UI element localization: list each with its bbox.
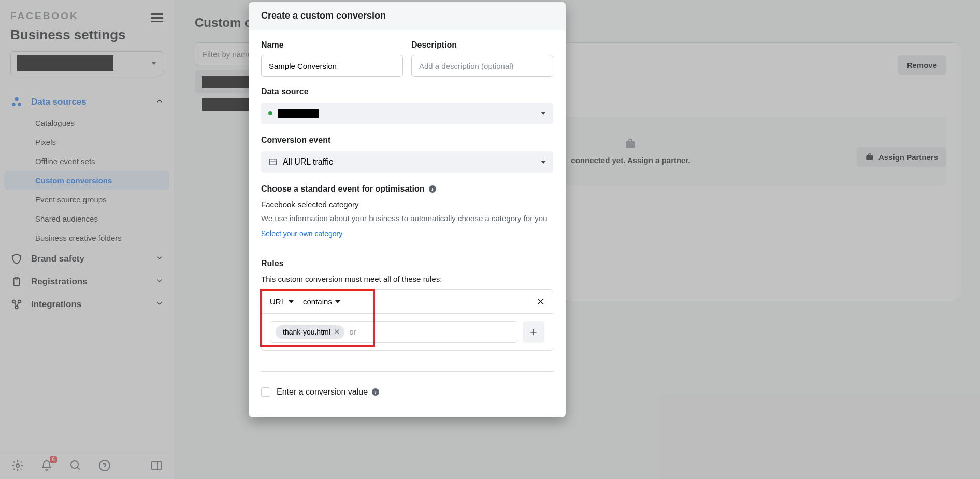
data-source-dropdown[interactable] bbox=[261, 103, 553, 124]
info-icon[interactable]: i bbox=[429, 185, 436, 193]
name-input[interactable] bbox=[261, 55, 403, 77]
select-category-link[interactable]: Select your own category bbox=[261, 229, 342, 238]
divider bbox=[261, 371, 553, 372]
name-label: Name bbox=[261, 40, 403, 50]
rule-operator-dropdown[interactable]: contains bbox=[303, 297, 340, 306]
help-text: We use information about your business t… bbox=[261, 213, 553, 224]
description-label: Description bbox=[411, 40, 553, 50]
rules-container: URL contains ✕ thank-you.html bbox=[261, 289, 553, 351]
modal-title: Create a custom conversion bbox=[249, 2, 566, 30]
data-source-name-redacted bbox=[278, 109, 319, 118]
standard-event-label: Choose a standard event for optimisation… bbox=[261, 184, 553, 194]
conversion-event-label: Conversion event bbox=[261, 136, 553, 145]
chevron-down-icon bbox=[541, 112, 546, 115]
conversion-event-dropdown[interactable]: All URL traffic bbox=[261, 151, 553, 173]
info-icon[interactable]: i bbox=[372, 388, 379, 396]
add-rule-button[interactable]: ＋ bbox=[523, 321, 544, 343]
caret-down-icon bbox=[289, 300, 294, 303]
description-input[interactable] bbox=[411, 55, 553, 77]
status-dot-icon bbox=[268, 111, 272, 115]
conversion-event-value: All URL traffic bbox=[283, 157, 333, 167]
conversion-value-label: Enter a conversion value i bbox=[277, 387, 379, 397]
remove-tag-icon[interactable]: ✕ bbox=[334, 327, 340, 337]
caret-down-icon bbox=[335, 300, 340, 303]
or-placeholder: or bbox=[350, 328, 356, 336]
rules-label: Rules bbox=[261, 259, 553, 268]
rule-value-input[interactable]: thank-you.html ✕ or bbox=[270, 321, 517, 343]
rules-subtext: This custom conversion must meet all of … bbox=[261, 274, 553, 283]
chevron-down-icon bbox=[541, 161, 546, 164]
conversion-value-checkbox[interactable] bbox=[261, 387, 270, 397]
svg-rect-14 bbox=[269, 159, 277, 165]
rule-param-dropdown[interactable]: URL bbox=[270, 297, 294, 306]
fb-category-text: Facebook-selected category bbox=[261, 200, 553, 209]
remove-rule-icon[interactable]: ✕ bbox=[537, 296, 544, 308]
create-conversion-modal: Create a custom conversion Name Descript… bbox=[249, 2, 566, 417]
rule-value-tag: thank-you.html ✕ bbox=[276, 325, 344, 339]
browser-icon bbox=[268, 157, 278, 167]
data-source-label: Data source bbox=[261, 87, 553, 96]
